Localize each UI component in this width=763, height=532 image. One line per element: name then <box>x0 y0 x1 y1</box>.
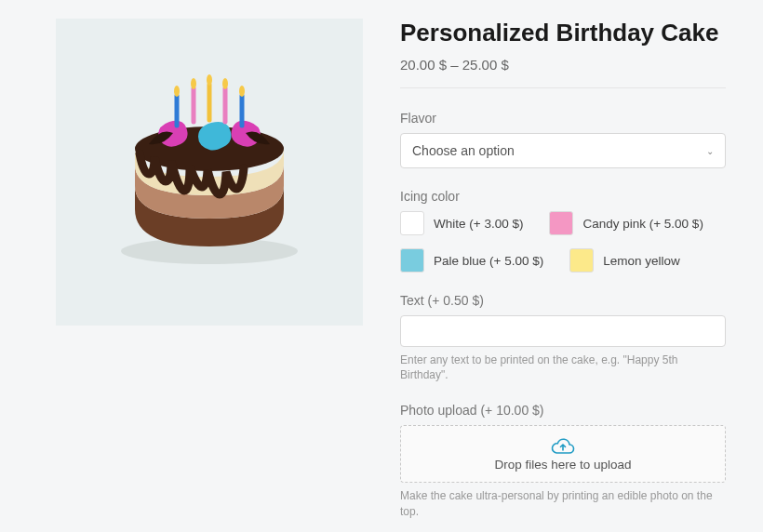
flavor-label: Flavor <box>400 111 726 126</box>
price-range: 20.00 $ – 25.00 $ <box>400 57 726 73</box>
text-field-help: Enter any text to be printed on the cake… <box>400 352 726 382</box>
dropzone-text: Drop files here to upload <box>494 458 631 472</box>
chevron-down-icon: ⌄ <box>706 146 714 156</box>
cake-text-input[interactable] <box>400 315 726 347</box>
icing-option-white[interactable]: White (+ 3.00 $) <box>400 211 523 235</box>
swatch-label: Lemon yellow <box>603 254 680 268</box>
product-image[interactable] <box>56 19 363 326</box>
swatch-icon <box>400 248 424 273</box>
swatch-icon <box>400 211 424 235</box>
icing-option-candy-pink[interactable]: Candy pink (+ 5.00 $) <box>549 211 703 235</box>
photo-upload-help: Make the cake ultra-personal by printing… <box>400 488 726 518</box>
swatch-icon <box>549 211 573 235</box>
svg-point-8 <box>191 78 196 89</box>
divider <box>400 87 726 88</box>
flavor-select-value: Choose an option <box>412 143 515 158</box>
svg-point-11 <box>239 86 245 97</box>
swatch-label: White (+ 3.00 $) <box>434 217 523 231</box>
svg-point-7 <box>174 86 180 97</box>
swatch-label: Candy pink (+ 5.00 $) <box>582 217 703 231</box>
flavor-select[interactable]: Choose an option ⌄ <box>400 133 726 168</box>
icing-label: Icing color <box>400 189 726 204</box>
photo-dropzone[interactable]: Drop files here to upload <box>400 425 726 483</box>
svg-point-10 <box>222 78 228 89</box>
photo-upload-label: Photo upload (+ 10.00 $) <box>400 403 726 418</box>
product-gallery <box>56 19 363 532</box>
product-title: Personalized Birthday Cake <box>400 19 726 47</box>
icing-option-lemon-yellow[interactable]: Lemon yellow <box>569 248 680 273</box>
svg-point-9 <box>207 74 212 86</box>
text-field-label: Text (+ 0.50 $) <box>400 293 726 308</box>
icing-option-pale-blue[interactable]: Pale blue (+ 5.00 $) <box>400 248 543 273</box>
swatch-label: Pale blue (+ 5.00 $) <box>434 254 543 268</box>
cloud-upload-icon <box>551 437 575 456</box>
swatch-icon <box>569 248 594 273</box>
